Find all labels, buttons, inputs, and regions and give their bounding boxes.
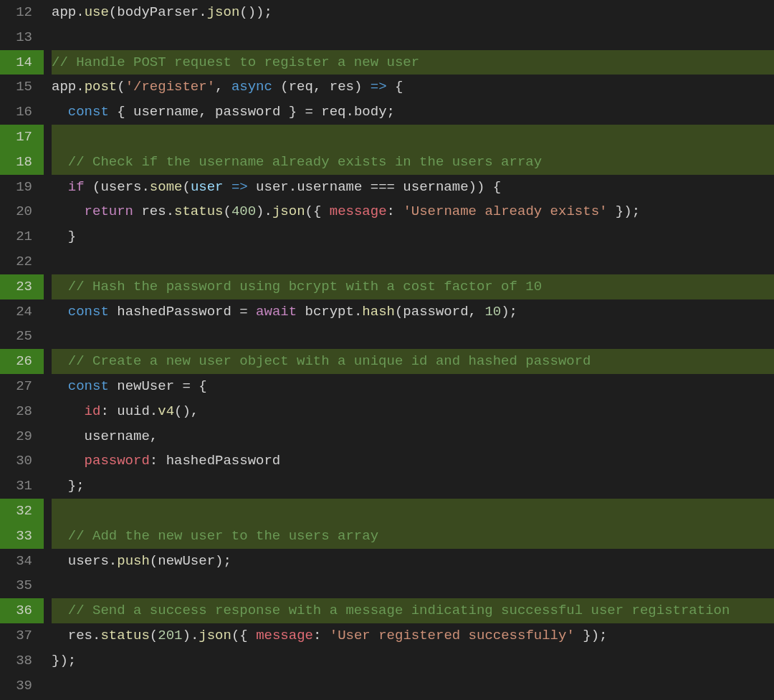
code-token: . (289, 179, 297, 195)
code-line[interactable]: id: uuid.v4(), (52, 399, 774, 424)
code-line[interactable] (52, 125, 774, 150)
code-token: (), (174, 403, 199, 419)
code-token: . (76, 79, 84, 95)
code-token: await (256, 304, 297, 320)
code-token: user (191, 179, 224, 195)
code-token: ( (272, 79, 289, 95)
code-line[interactable]: app.use(bodyParser.json()); (52, 0, 774, 25)
code-line[interactable] (52, 499, 774, 524)
code-token: ( (395, 304, 403, 320)
code-line[interactable]: app.post('/register', async (req, res) =… (52, 75, 774, 100)
code-token: . (354, 304, 362, 320)
code-line[interactable]: }; (52, 474, 774, 499)
code-token: : (100, 403, 117, 419)
code-token: // Hash the password using bcrypt with a… (52, 279, 542, 294)
code-line[interactable]: if (users.some(user => user.username ===… (52, 175, 774, 200)
code-line[interactable] (52, 249, 774, 274)
code-token: password (215, 104, 280, 120)
code-token: const (68, 378, 109, 394)
code-line[interactable] (52, 25, 774, 50)
code-token: users (68, 553, 109, 569)
code-token: req (321, 104, 345, 120)
code-token (133, 203, 141, 219)
code-line[interactable]: password: hashedPassword (52, 449, 774, 474)
line-number: 19 (0, 175, 44, 200)
code-token: push (117, 553, 150, 569)
code-token: . (346, 104, 354, 120)
line-number: 37 (0, 623, 44, 648)
code-token: status (100, 628, 149, 643)
code-token: . (76, 4, 84, 20)
code-token: { (387, 79, 403, 95)
code-token (297, 304, 305, 320)
code-token: password (403, 304, 468, 320)
code-token: username (133, 104, 199, 120)
code-token: res (68, 628, 92, 643)
code-token: . (92, 628, 100, 643)
code-line[interactable]: return res.status(400).json({ message: '… (52, 199, 774, 224)
code-line[interactable]: const hashedPassword = await bcrypt.hash… (52, 299, 774, 325)
code-token: ) (354, 79, 371, 95)
line-number: 33 (0, 524, 44, 549)
code-token: ( (117, 79, 125, 95)
code-token: password (85, 453, 150, 469)
line-number: 38 (0, 648, 44, 673)
code-token (52, 179, 68, 195)
line-number: 32 (0, 499, 44, 524)
code-line[interactable] (52, 673, 774, 699)
code-token: ( (109, 4, 117, 20)
code-token: }; (52, 478, 85, 494)
code-line[interactable]: const newUser = { (52, 374, 774, 399)
code-line[interactable]: // Hash the password using bcrypt with a… (52, 274, 774, 299)
code-token: . (166, 203, 174, 219)
code-token (52, 203, 85, 219)
code-token: . (150, 403, 158, 419)
code-line[interactable]: } (52, 224, 774, 249)
code-line[interactable]: // Check if the username already exists … (52, 150, 774, 175)
code-token: const (68, 304, 109, 320)
code-area[interactable]: app.use(bodyParser.json());// Handle POS… (44, 0, 774, 700)
code-editor[interactable]: 1213141516171819202122232425262728293031… (0, 0, 774, 700)
code-token: = { (174, 378, 207, 394)
line-number: 27 (0, 374, 44, 399)
code-line[interactable] (52, 573, 774, 598)
code-line[interactable]: users.push(newUser); (52, 549, 774, 574)
code-token (248, 179, 256, 195)
code-line[interactable]: const { username, password } = req.body; (52, 100, 774, 125)
code-line[interactable]: username, (52, 424, 774, 449)
code-token (52, 453, 85, 469)
code-line[interactable]: res.status(201).json({ message: 'User re… (52, 623, 774, 648)
code-token (52, 104, 68, 120)
line-number: 30 (0, 449, 44, 474)
code-line[interactable]: // Add the new user to the users array (52, 524, 774, 549)
line-number-gutter: 1213141516171819202122232425262728293031… (0, 0, 44, 700)
code-token: ( (182, 179, 190, 195)
code-token: username (297, 179, 362, 195)
code-token: = (231, 304, 256, 320)
code-line[interactable] (52, 324, 774, 349)
code-token: . (199, 4, 206, 20)
code-token: newUser (158, 553, 215, 569)
code-token (109, 304, 117, 320)
line-number: 29 (0, 424, 44, 449)
code-line[interactable]: }); (52, 648, 774, 673)
code-token: . (141, 179, 149, 195)
code-token: , (469, 304, 485, 320)
line-number: 34 (0, 549, 44, 574)
code-token: : (387, 203, 403, 219)
code-token: ()); (239, 4, 272, 20)
code-line[interactable]: // Create a new user object with a uniqu… (52, 349, 774, 374)
code-token: req (289, 79, 313, 95)
code-token: app (52, 4, 76, 20)
code-token: some (150, 179, 183, 195)
code-line[interactable]: // Send a success response with a messag… (52, 598, 774, 623)
code-token: // Create a new user object with a uniqu… (52, 353, 591, 369)
line-number: 14 (0, 50, 44, 75)
code-line[interactable]: // Handle POST request to register a new… (52, 50, 774, 75)
code-token: ( (85, 179, 101, 195)
code-token: json (272, 203, 305, 219)
code-token: ({ (305, 203, 330, 219)
line-number: 36 (0, 598, 44, 623)
code-token: user (256, 179, 289, 195)
line-number: 26 (0, 349, 44, 374)
